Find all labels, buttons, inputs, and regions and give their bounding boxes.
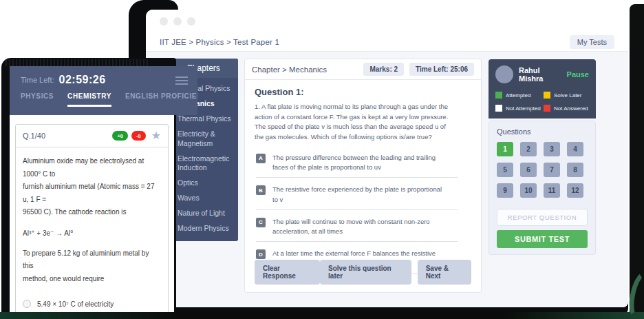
legend-item: Not Answered	[544, 105, 589, 112]
breadcrumb-bar: IIT JEE > Physics > Test Paper 1 My Test…	[146, 33, 628, 52]
window-dot-icon	[160, 17, 168, 25]
questions-box-title: Questions	[497, 127, 588, 136]
test-status-panel: Rahul Mishra Pause AttemptedSolve LaterN…	[489, 59, 596, 255]
question-number-grid: 123456789101112	[497, 142, 588, 198]
legend-color-swatch	[544, 92, 550, 99]
questions-box: Questions 123456789101112 REPORT QUESTIO…	[489, 121, 596, 255]
time-left-badge: Time Left: 25:06	[409, 63, 474, 76]
my-tests-button[interactable]: My Tests	[570, 35, 614, 49]
phone-question-card: Q.1/40 +0 -0 ★ Aluminium oxide may be el…	[15, 124, 169, 313]
option-text: The plate will continue to move with con…	[272, 217, 430, 237]
question-card-header: Chapter > Mechanics Marks: 2 Time Left: …	[245, 59, 481, 80]
legend-color-swatch	[544, 105, 550, 112]
question-counter: Q.1/40	[23, 132, 109, 140]
phone-timer-row: Time Left: 02:59:26	[10, 66, 197, 86]
question-actions: Clear Response Solve this question later…	[255, 260, 471, 285]
option-text: The resistive force experienced by the p…	[272, 185, 442, 205]
phone-question-body: Aluminium oxide may be electrolysed at 1…	[16, 147, 168, 313]
positive-marks-badge: +0	[112, 131, 128, 141]
options-list: AThe pressure difference between the lea…	[255, 150, 471, 274]
sidebar-item[interactable]: Nature of Light	[169, 209, 238, 218]
phone-body: Q.1/40 +0 -0 ★ Aluminium oxide may be el…	[10, 115, 174, 313]
question-card: Chapter > Mechanics Marks: 2 Time Left: …	[244, 59, 482, 293]
question-text: 1. A flat plate is moving normal to its …	[255, 102, 471, 143]
option-divider	[256, 209, 458, 210]
submit-test-button[interactable]: SUBMIT TEST	[497, 230, 588, 248]
cathode-reaction: Al³⁺ + 3e⁻ → Al⁰	[23, 229, 161, 237]
legend-color-swatch	[495, 92, 502, 99]
legend-color-swatch	[495, 105, 502, 112]
question-number-button[interactable]: 9	[497, 183, 513, 198]
marks-badge: Marks: 2	[363, 63, 404, 76]
tab-chemistry[interactable]: CHEMISTRY	[67, 92, 111, 107]
option-divider	[256, 241, 458, 242]
phone-option-text: 5.49 × 10⁷ C of electricity	[37, 300, 114, 308]
browser-titlebar	[146, 10, 628, 33]
report-question-button[interactable]: REPORT QUESTION	[497, 209, 588, 226]
option-letter-badge: B	[256, 185, 266, 195]
status-legend: AttemptedSolve LaterNot AttemptedNot Ans…	[495, 92, 589, 112]
sidebar-item[interactable]: Modern Physics	[169, 224, 238, 233]
phone-question-text-2: To prepare 5.12 kg of aluminium metal by…	[23, 247, 161, 286]
sidebar-item[interactable]: Thermal Physics	[169, 114, 238, 123]
bottom-shadow-strip	[0, 312, 644, 319]
phone-question-text: Aluminium oxide may be electrolysed at 1…	[23, 155, 161, 219]
sidebar-item[interactable]: Waves	[169, 194, 238, 203]
sidebar-item[interactable]: Electricity & Magnetism	[169, 130, 238, 147]
legend-item: Solve Later	[544, 92, 589, 99]
question-title: Question 1:	[255, 87, 471, 97]
tab-physics[interactable]: PHYSICS	[21, 92, 54, 107]
question-number-button[interactable]: 6	[520, 163, 537, 177]
phone-header: Time Left: 02:59:26 PHYSICSCHEMISTRYENGL…	[10, 66, 197, 115]
option-letter-badge: C	[256, 218, 266, 227]
time-left-label: Time Left:	[21, 76, 54, 84]
save-next-button[interactable]: Save & Next	[418, 260, 471, 285]
option-letter-badge: A	[256, 154, 266, 163]
pause-button[interactable]: Pause	[567, 70, 589, 79]
question-option[interactable]: BThe resistive force experienced by the …	[255, 181, 471, 205]
legend-label: Not Attempted	[506, 105, 541, 112]
window-dot-icon	[173, 17, 182, 25]
breadcrumb[interactable]: IIT JEE > Physics > Test Paper 1	[160, 38, 279, 46]
timer-value: 02:59:26	[59, 74, 106, 86]
option-divider	[256, 177, 458, 178]
phone-question-header: Q.1/40 +0 -0 ★	[16, 125, 168, 147]
bookmark-star-icon[interactable]: ★	[151, 130, 161, 141]
question-number-button[interactable]: 12	[567, 183, 583, 198]
avatar	[495, 65, 513, 83]
question-number-button[interactable]: 7	[544, 163, 560, 177]
question-number-button[interactable]: 3	[544, 142, 560, 156]
question-option[interactable]: CThe plate will continue to move with co…	[255, 214, 471, 237]
option-text: The pressure difference between the lead…	[272, 153, 436, 173]
window-dot-icon	[187, 17, 195, 25]
negative-marks-badge: -0	[131, 131, 146, 141]
tab-english-proficiency[interactable]: ENGLISH PROFICIENCY	[125, 92, 197, 107]
profile-header: Rahul Mishra Pause AttemptedSolve LaterN…	[489, 59, 596, 119]
legend-label: Solve Later	[554, 92, 581, 99]
question-number-button[interactable]: 11	[544, 183, 560, 198]
legend-label: Not Answered	[554, 105, 588, 112]
screenshot-stage: IIT JEE > Physics > Test Paper 1 My Test…	[0, 0, 644, 319]
question-number-button[interactable]: 4	[567, 142, 583, 156]
question-number-button[interactable]: 2	[520, 142, 537, 156]
option-letter-badge: D	[256, 249, 266, 259]
profile-row: Rahul Mishra Pause	[495, 65, 589, 83]
clear-response-button[interactable]: Clear Response	[255, 260, 320, 285]
sidebar-item[interactable]: Optics	[169, 178, 238, 187]
subject-tabs: PHYSICSCHEMISTRYENGLISH PROFICIENCY	[10, 86, 197, 107]
browser-content: Chapters General PhysicsMechanicsThermal…	[146, 52, 628, 307]
menu-icon[interactable]	[175, 75, 188, 85]
question-number-button[interactable]: 8	[567, 163, 583, 177]
radio-button[interactable]	[23, 300, 31, 308]
question-option[interactable]: AThe pressure difference between the lea…	[255, 150, 471, 173]
question-number-button[interactable]: 1	[497, 142, 513, 156]
browser-window: IIT JEE > Physics > Test Paper 1 My Test…	[146, 10, 628, 307]
question-number-button[interactable]: 5	[497, 163, 513, 177]
phone-answer-option[interactable]: 5.49 × 10⁷ C of electricity	[23, 300, 161, 308]
sidebar-item[interactable]: Electromagnetic Induction	[169, 154, 238, 172]
question-body: Question 1: 1. A flat plate is moving no…	[245, 80, 481, 274]
solve-later-button[interactable]: Solve this question later	[320, 260, 411, 285]
user-name: Rahul Mishra	[519, 66, 561, 83]
legend-label: Attempted	[506, 92, 530, 99]
question-number-button[interactable]: 10	[520, 183, 537, 198]
